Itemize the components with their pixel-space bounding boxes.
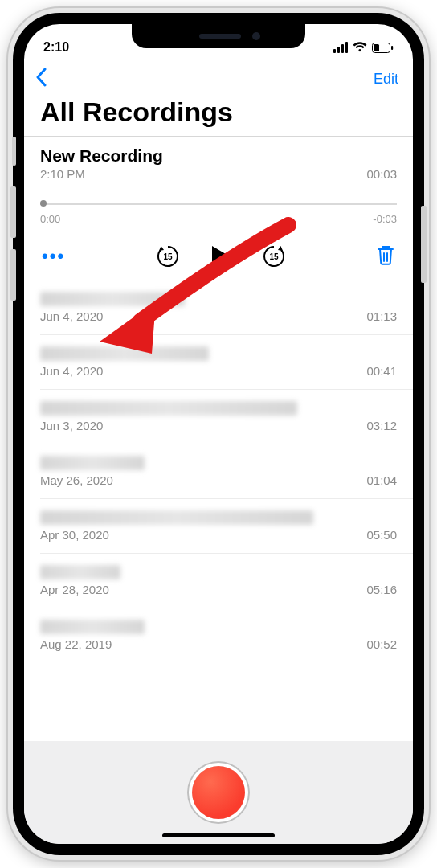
list-item-duration: 05:16 xyxy=(366,583,397,596)
list-item-title-redacted xyxy=(40,565,120,579)
record-button[interactable] xyxy=(192,766,245,819)
nav-bar: Edit xyxy=(24,59,413,95)
cellular-icon xyxy=(333,42,348,53)
list-item-title-redacted xyxy=(40,510,313,525)
screen: 2:10 Edit xyxy=(24,24,413,844)
list-item-date: Jun 4, 2020 xyxy=(40,364,103,378)
skip-forward-15-button[interactable]: 15 xyxy=(262,244,286,268)
list-item-duration: 00:52 xyxy=(366,637,397,651)
list-item-duration: 00:41 xyxy=(366,364,397,378)
list-item-date: Apr 28, 2020 xyxy=(40,583,109,596)
page-title: All Recordings xyxy=(24,95,413,136)
list-item-duration: 01:04 xyxy=(366,473,397,487)
recording-title[interactable]: New Recording xyxy=(40,146,397,166)
list-item[interactable]: Apr 30, 2020 05:50 xyxy=(40,499,413,554)
notch xyxy=(132,24,305,48)
scrubber-knob[interactable] xyxy=(40,200,47,207)
list-item-date: Aug 22, 2019 xyxy=(40,637,112,651)
recording-time: 2:10 PM xyxy=(40,167,85,181)
list-item[interactable]: Aug 22, 2019 00:52 xyxy=(40,608,413,654)
record-bar xyxy=(24,741,413,844)
list-item-duration: 01:13 xyxy=(366,309,397,323)
list-item[interactable]: Jun 3, 2020 03:12 xyxy=(40,390,413,444)
svg-rect-2 xyxy=(391,46,393,50)
list-item-date: Jun 3, 2020 xyxy=(40,419,103,432)
expanded-recording: New Recording 2:10 PM 00:03 0:00 -0:03 •… xyxy=(24,136,413,280)
list-item-title-redacted xyxy=(40,620,145,634)
more-options-button[interactable]: ••• xyxy=(42,252,65,260)
svg-text:15: 15 xyxy=(163,252,173,261)
list-item-title-redacted xyxy=(40,401,297,416)
battery-icon xyxy=(372,43,394,53)
phone-frame: 2:10 Edit xyxy=(8,8,429,860)
list-item[interactable]: Apr 28, 2020 05:16 xyxy=(40,554,413,608)
list-item-duration: 03:12 xyxy=(366,419,397,432)
recordings-list: Jun 4, 2020 01:13 Jun 4, 2020 00:41 Jun … xyxy=(24,280,413,654)
list-item-title-redacted xyxy=(40,456,145,470)
edit-button[interactable]: Edit xyxy=(374,71,398,88)
scrub-elapsed: 0:00 xyxy=(40,213,60,225)
list-item-date: Jun 4, 2020 xyxy=(40,309,103,323)
list-item-date: Apr 30, 2020 xyxy=(40,528,109,542)
volume-up-button xyxy=(10,186,16,238)
scrub-remaining: -0:03 xyxy=(373,213,397,225)
status-time: 2:10 xyxy=(43,40,69,55)
svg-text:15: 15 xyxy=(269,252,279,261)
home-indicator[interactable] xyxy=(162,833,275,837)
list-item-title-redacted xyxy=(40,292,185,306)
svg-rect-1 xyxy=(374,44,379,51)
playback-controls: ••• 15 15 xyxy=(40,244,397,268)
list-item[interactable]: Jun 4, 2020 01:13 xyxy=(40,280,413,335)
recording-duration: 00:03 xyxy=(366,167,397,181)
list-item[interactable]: Jun 4, 2020 00:41 xyxy=(40,335,413,390)
delete-button[interactable] xyxy=(376,244,395,268)
skip-back-15-button[interactable]: 15 xyxy=(156,244,180,268)
back-button[interactable] xyxy=(35,68,48,90)
wifi-icon xyxy=(353,42,367,53)
power-button xyxy=(421,206,427,283)
silence-switch xyxy=(12,137,16,166)
list-item-date: May 26, 2020 xyxy=(40,473,113,487)
volume-down-button xyxy=(10,249,16,301)
list-item-duration: 05:50 xyxy=(366,528,397,542)
list-item-title-redacted xyxy=(40,346,209,361)
list-item[interactable]: May 26, 2020 01:04 xyxy=(40,444,413,499)
scrubber[interactable] xyxy=(40,199,397,210)
play-button[interactable] xyxy=(210,244,231,268)
